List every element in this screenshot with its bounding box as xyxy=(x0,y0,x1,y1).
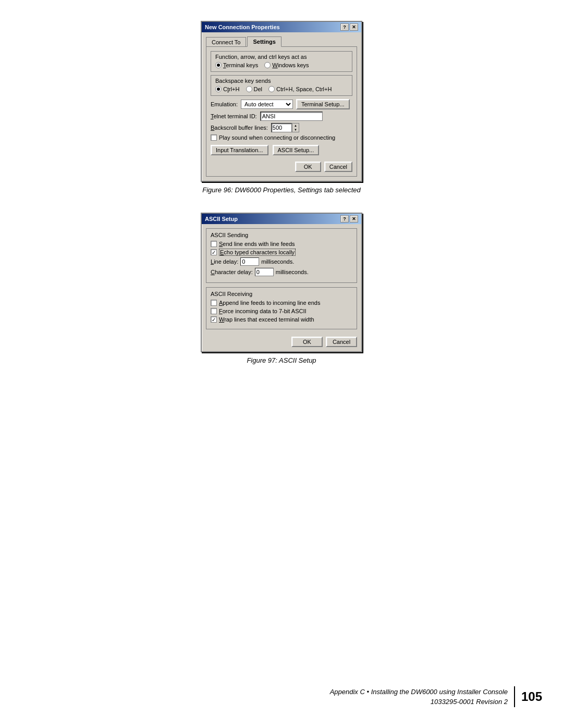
terminal-setup-btn[interactable]: Terminal Setup... xyxy=(296,99,350,109)
function-keys-radios: Terminal keys Windows keys xyxy=(215,62,348,68)
radio-ctrlh-space[interactable]: Ctrl+H, Space, Ctrl+H xyxy=(268,86,332,92)
ascii-sending-label: ASCII Sending xyxy=(211,232,248,238)
echo-typed-row: Echo typed characters locally xyxy=(211,249,352,255)
append-line-feeds-label: Append line feeds to incoming line ends xyxy=(219,300,320,306)
ascii-titlebar: ASCII Setup ? ✕ xyxy=(202,214,361,224)
play-sound-row: Play sound when connecting or disconnect… xyxy=(211,134,352,141)
ascii-help-btn[interactable]: ? xyxy=(340,215,349,223)
ascii-receiving-label: ASCII Receiving xyxy=(211,291,252,297)
char-delay-row: Character delay: milliseconds. xyxy=(211,268,352,276)
ncp-titlebar-buttons: ? ✕ xyxy=(340,23,358,31)
radio-terminal-indicator xyxy=(215,62,222,68)
tab-connect-to-label: Connect To xyxy=(212,39,240,45)
line-delay-input[interactable] xyxy=(240,257,259,266)
function-keys-group: Function, arrow, and ctrl keys act as Te… xyxy=(211,51,352,72)
send-line-feeds-row: Send line ends with line feeds xyxy=(211,241,352,247)
ncp-tabs: Connect To Settings xyxy=(206,36,357,47)
radio-del[interactable]: Del xyxy=(246,86,263,92)
ascii-title: ASCII Setup xyxy=(205,216,238,222)
ascii-receiving-section: ASCII Receiving Append line feeds to inc… xyxy=(206,287,357,329)
backscroll-spinner: ▲ ▼ xyxy=(271,123,299,132)
ncp-content: Connect To Settings Function, arrow, and… xyxy=(202,32,361,181)
page-footer: Appendix C • Installing the DW6000 using… xyxy=(0,686,563,707)
ascii-titlebar-buttons: ? ✕ xyxy=(340,215,358,223)
radio-windows-label: Windows keys xyxy=(272,62,309,68)
force-7bit-row: Force incoming data to 7-bit ASCII xyxy=(211,308,352,314)
ascii-sending-section: ASCII Sending Send line ends with line f… xyxy=(206,228,357,283)
ascii-footer: OK Cancel xyxy=(206,334,357,347)
footer-line1: Appendix C • Installing the DW6000 using… xyxy=(330,687,508,697)
play-sound-label: Play sound when connecting or disconnect… xyxy=(219,134,335,141)
ascii-content: ASCII Sending Send line ends with line f… xyxy=(202,224,361,351)
send-line-feeds-checkbox[interactable] xyxy=(211,241,217,247)
emulation-label: Emulation: xyxy=(211,101,238,107)
ascii-sending-title: ASCII Sending xyxy=(211,232,352,238)
backscroll-row: Backscroll buffer lines: ▲ ▼ xyxy=(211,123,352,132)
radio-ctrlh-label: Ctrl+H xyxy=(223,86,240,92)
function-keys-label: Function, arrow, and ctrl keys act as xyxy=(215,54,348,60)
ascii-ok-btn[interactable]: OK xyxy=(291,337,323,347)
ncp-help-btn[interactable]: ? xyxy=(340,23,349,31)
append-line-feeds-row: Append line feeds to incoming line ends xyxy=(211,300,352,306)
radio-terminal-keys[interactable]: Terminal keys xyxy=(215,62,258,68)
ascii-close-btn[interactable]: ✕ xyxy=(350,215,358,223)
ascii-cancel-btn[interactable]: Cancel xyxy=(326,337,357,347)
emulation-select[interactable]: Auto detect xyxy=(241,100,293,109)
footer-divider xyxy=(514,686,515,707)
ncp-cancel-btn[interactable]: Cancel xyxy=(324,162,352,172)
backscroll-input[interactable] xyxy=(271,123,292,132)
middle-buttons: Input Translation... ASCII Setup... xyxy=(211,145,352,155)
line-delay-unit: milliseconds. xyxy=(261,258,294,265)
footer-page-number: 105 xyxy=(521,689,542,704)
char-delay-unit: milliseconds. xyxy=(276,269,309,275)
force-7bit-label: Force incoming data to 7-bit ASCII xyxy=(219,308,307,314)
ncp-title: New Connection Properties xyxy=(205,24,280,30)
radio-ctrlh-space-indicator xyxy=(268,86,275,92)
append-line-feeds-checkbox[interactable] xyxy=(211,300,217,306)
line-delay-row: Line delay: milliseconds. xyxy=(211,257,352,266)
wrap-lines-label: Wrap lines that exceed terminal width xyxy=(219,316,314,323)
figure1-wrapper: New Connection Properties ? ✕ Connect To… xyxy=(201,21,362,202)
ascii-dialog: ASCII Setup ? ✕ ASCII Sending Send line … xyxy=(201,213,362,352)
radio-ctrlh-space-label: Ctrl+H, Space, Ctrl+H xyxy=(276,86,332,92)
send-line-feeds-label: Send line ends with line feeds xyxy=(219,241,295,247)
radio-windows-keys[interactable]: Windows keys xyxy=(264,62,309,68)
force-7bit-checkbox[interactable] xyxy=(211,308,217,314)
radio-terminal-label: Terminal keys xyxy=(223,62,258,68)
play-sound-checkbox[interactable] xyxy=(211,134,217,141)
backscroll-label: Backscroll buffer lines: xyxy=(211,125,268,131)
radio-del-indicator xyxy=(246,86,252,92)
ascii-receiving-title: ASCII Receiving xyxy=(211,291,352,297)
backspace-group: Backspace key sends Ctrl+H Del xyxy=(211,75,352,96)
figure2-caption: Figure 97: ASCII Setup xyxy=(247,356,316,364)
ncp-footer: OK Cancel xyxy=(211,158,352,172)
line-delay-label: Line delay: xyxy=(211,258,238,265)
ncp-close-btn[interactable]: ✕ xyxy=(350,23,358,31)
tab-connect-to[interactable]: Connect To xyxy=(206,37,246,47)
tab-settings[interactable]: Settings xyxy=(247,36,281,47)
ncp-tab-content: Function, arrow, and ctrl keys act as Te… xyxy=(206,46,357,177)
radio-del-label: Del xyxy=(254,86,263,92)
echo-typed-label: Echo typed characters locally xyxy=(219,249,296,255)
spinner-down[interactable]: ▼ xyxy=(292,128,299,132)
telnet-id-input[interactable] xyxy=(260,112,323,121)
figure1-caption: Figure 96: DW6000 Properties, Settings t… xyxy=(202,186,361,194)
footer-line2: 1033295-0001 Revision 2 xyxy=(330,697,508,707)
telnet-id-row: Telnet terminal ID: xyxy=(211,112,352,121)
input-translation-btn[interactable]: Input Translation... xyxy=(211,145,268,155)
ncp-ok-btn[interactable]: OK xyxy=(295,162,321,172)
wrap-lines-checkbox[interactable] xyxy=(211,316,217,323)
ascii-setup-btn[interactable]: ASCII Setup... xyxy=(273,145,320,155)
char-delay-label: Character delay: xyxy=(211,269,253,275)
figure2-wrapper: ASCII Setup ? ✕ ASCII Sending Send line … xyxy=(201,213,362,373)
tab-settings-label: Settings xyxy=(253,39,275,45)
spinner-up[interactable]: ▲ xyxy=(292,124,299,128)
backspace-label: Backspace key sends xyxy=(215,78,348,84)
radio-ctrlh[interactable]: Ctrl+H xyxy=(215,86,240,92)
page: New Connection Properties ? ✕ Connect To… xyxy=(0,0,563,728)
backscroll-arrows: ▲ ▼ xyxy=(292,123,299,132)
radio-windows-indicator xyxy=(264,62,271,68)
char-delay-input[interactable] xyxy=(255,268,274,276)
radio-ctrlh-indicator xyxy=(215,86,222,92)
echo-typed-checkbox[interactable] xyxy=(211,249,217,255)
